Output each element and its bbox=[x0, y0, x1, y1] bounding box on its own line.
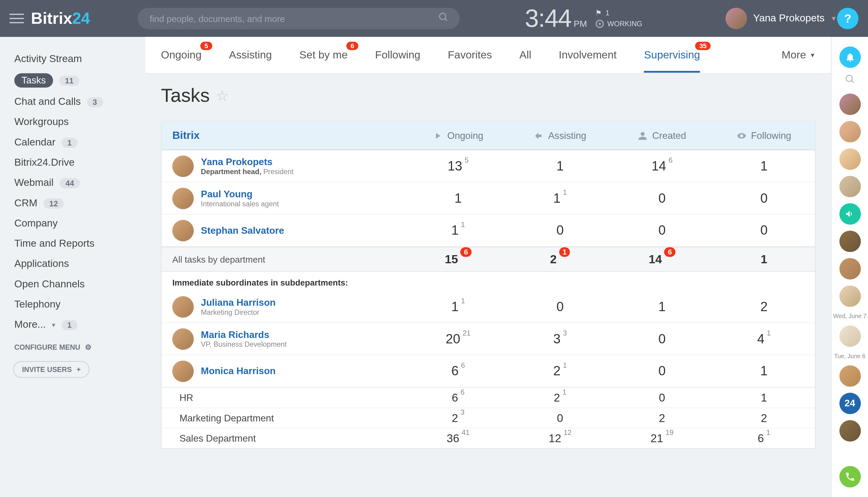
person-name[interactable]: Paul Young bbox=[201, 188, 279, 199]
notifications-icon[interactable] bbox=[839, 46, 860, 68]
person-row[interactable]: Paul YoungInternational sales agent11100 bbox=[162, 182, 815, 214]
col-ongoing[interactable]: Ongoing bbox=[407, 130, 509, 141]
megaphone-icon[interactable] bbox=[839, 203, 860, 225]
flag-icon: ⚑ bbox=[595, 9, 602, 17]
task-count-cell: 146 bbox=[611, 158, 713, 173]
task-count-cell: 2 bbox=[713, 299, 815, 314]
sidebar-item-time-and-reports[interactable]: Time and Reports bbox=[0, 234, 145, 254]
contact-avatar[interactable] bbox=[839, 148, 860, 170]
contact-avatar[interactable] bbox=[839, 176, 860, 197]
subordinate-row[interactable]: Monica Harrison662101 bbox=[162, 355, 815, 387]
sidebar-item-open-channels[interactable]: Open Channels bbox=[0, 274, 145, 294]
search-input[interactable] bbox=[150, 14, 448, 24]
person-name[interactable]: Yana Prokopets bbox=[201, 156, 294, 167]
subordinate-row[interactable]: Juliana HarrisonMarketing Director11012 bbox=[162, 291, 815, 323]
person-row[interactable]: Stephan Salvatore11000 bbox=[162, 214, 815, 247]
org-name[interactable]: Bitrix bbox=[162, 129, 407, 142]
menu-icon[interactable] bbox=[10, 14, 24, 24]
tab-set-by-me[interactable]: Set by me6 bbox=[299, 38, 348, 72]
sidebar-item-crm[interactable]: CRM12 bbox=[0, 193, 145, 213]
configure-menu[interactable]: CONFIGURE MENU⚙ bbox=[0, 335, 145, 357]
invite-users-button[interactable]: INVITE USERS+ bbox=[13, 361, 90, 378]
tab-more[interactable]: More▼ bbox=[782, 49, 815, 61]
tab-ongoing[interactable]: Ongoing5 bbox=[161, 38, 201, 72]
task-count-cell: 0 bbox=[611, 363, 713, 379]
sidebar-item-applications[interactable]: Applications bbox=[0, 254, 145, 274]
chevron-down-icon: ▼ bbox=[831, 15, 837, 22]
sidebar: Activity StreamTasks11Chat and Calls3Wor… bbox=[0, 37, 145, 497]
sidebar-item-company[interactable]: Company bbox=[0, 213, 145, 233]
sidebar-item-webmail[interactable]: Webmail44 bbox=[0, 173, 145, 193]
task-count-cell: 1 bbox=[713, 363, 815, 379]
phone-icon[interactable] bbox=[839, 466, 860, 487]
sidebar-item-telephony[interactable]: Telephony bbox=[0, 294, 145, 314]
task-count-cell: 1 bbox=[407, 190, 509, 206]
task-count-cell: 66 bbox=[407, 391, 509, 404]
contact-avatar[interactable] bbox=[839, 365, 860, 387]
contact-avatar[interactable] bbox=[839, 121, 860, 142]
task-count-cell: 0 bbox=[611, 331, 713, 346]
department-row[interactable]: Sales Department36411212211961 bbox=[162, 428, 815, 448]
main-content: Ongoing5AssistingSet by me6FollowingFavo… bbox=[145, 37, 831, 497]
help-button[interactable]: ? bbox=[837, 8, 858, 29]
contact-avatar[interactable] bbox=[839, 325, 860, 347]
dept-name[interactable]: Sales Department bbox=[162, 433, 407, 444]
task-count-cell: 1 bbox=[713, 158, 815, 173]
contact-avatar[interactable] bbox=[839, 420, 860, 442]
sidebar-item-tasks[interactable]: Tasks11 bbox=[0, 69, 145, 91]
svg-point-2 bbox=[846, 75, 852, 82]
avatar bbox=[172, 328, 194, 350]
task-count-cell: 66 bbox=[407, 363, 509, 379]
person-row[interactable]: Yana ProkopetsDepartment head, President… bbox=[162, 150, 815, 183]
sidebar-item-workgroups[interactable]: Workgroups bbox=[0, 112, 145, 132]
department-row[interactable]: HR662101 bbox=[162, 387, 815, 408]
person-name[interactable]: Juliana Harrison bbox=[201, 297, 276, 308]
tab-supervising[interactable]: Supervising35 bbox=[644, 38, 700, 72]
department-row[interactable]: Marketing Department23022 bbox=[162, 408, 815, 428]
task-count-cell: 1 bbox=[509, 158, 611, 173]
task-count-cell: 1212 bbox=[509, 432, 611, 445]
tab-all[interactable]: All bbox=[519, 38, 531, 72]
sidebar-item-calendar[interactable]: Calendar1 bbox=[0, 132, 145, 153]
task-count-cell: 41 bbox=[713, 331, 815, 346]
tab-following[interactable]: Following bbox=[375, 38, 420, 72]
col-following[interactable]: Following bbox=[713, 130, 815, 141]
tab-favorites[interactable]: Favorites bbox=[448, 38, 492, 72]
task-count-cell: 21 bbox=[509, 391, 611, 404]
contact-avatar[interactable] bbox=[839, 231, 860, 252]
subordinate-row[interactable]: Maria RichardsVP, Business Development20… bbox=[162, 323, 815, 355]
task-count-cell: 1 bbox=[713, 391, 815, 404]
task-count-cell: 11 bbox=[407, 223, 509, 238]
global-search[interactable] bbox=[138, 8, 460, 29]
bitrix24-icon[interactable]: 24 bbox=[839, 393, 860, 414]
person-name[interactable]: Stephan Salvatore bbox=[201, 225, 284, 236]
user-menu[interactable]: Yana Prokopets ▼ bbox=[726, 8, 837, 29]
col-assisting[interactable]: Assisting bbox=[509, 130, 611, 141]
star-icon[interactable]: ☆ bbox=[216, 87, 229, 104]
contact-avatar[interactable] bbox=[839, 286, 860, 307]
task-count-cell: 0 bbox=[713, 223, 815, 238]
tasks-table: Bitrix Ongoing Assisting Created Followi… bbox=[161, 121, 815, 449]
avatar bbox=[172, 360, 194, 382]
person-name[interactable]: Maria Richards bbox=[201, 329, 287, 340]
sidebar-item-activity-stream[interactable]: Activity Stream bbox=[0, 49, 145, 69]
task-count-cell: 0 bbox=[509, 299, 611, 314]
person-name[interactable]: Monica Harrison bbox=[201, 366, 276, 377]
rail-search-icon[interactable] bbox=[844, 74, 855, 88]
dept-name[interactable]: Marketing Department bbox=[162, 413, 407, 424]
logo[interactable]: Bitrix24 bbox=[31, 9, 90, 28]
contact-avatar[interactable] bbox=[839, 94, 860, 115]
col-created[interactable]: Created bbox=[611, 130, 713, 141]
task-count-cell: 0 bbox=[611, 190, 713, 206]
task-count-cell: 0 bbox=[713, 190, 815, 206]
status-block[interactable]: ⚑1 WORKING bbox=[595, 9, 642, 28]
sidebar-more[interactable]: More...▼1 bbox=[0, 315, 145, 335]
tab-involvement[interactable]: Involvement bbox=[559, 38, 617, 72]
sidebar-item-chat-and-calls[interactable]: Chat and Calls3 bbox=[0, 92, 145, 112]
tab-assisting[interactable]: Assisting bbox=[229, 38, 272, 72]
dept-name[interactable]: HR bbox=[162, 393, 407, 403]
sidebar-item-bitrix24-drive[interactable]: Bitrix24.Drive bbox=[0, 153, 145, 173]
search-icon[interactable] bbox=[438, 12, 449, 25]
contact-avatar[interactable] bbox=[839, 258, 860, 280]
working-icon bbox=[595, 19, 604, 28]
